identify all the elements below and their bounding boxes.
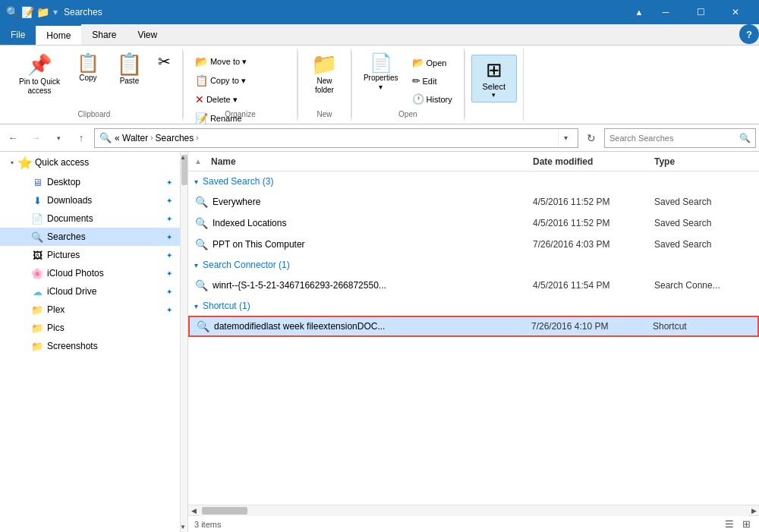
open-button[interactable]: 📂 Open [407,55,458,71]
select-button[interactable]: ⊞ Select ▾ [471,55,517,102]
saved-search-chevron: ▾ [194,178,198,186]
h-scroll-track[interactable] [199,505,748,516]
horizontal-scrollbar[interactable]: ◀ ▶ [188,505,759,515]
new-label-container: New [298,109,351,119]
column-name[interactable]: Name [206,156,533,167]
menu-file[interactable]: File [0,24,36,45]
search-box[interactable]: 🔍 [604,128,756,148]
minimize-button[interactable]: ─ [648,0,683,24]
move-to-button[interactable]: 📂 Move to ▾ [190,53,252,70]
menu-share[interactable]: Share [81,24,127,45]
up-button[interactable]: ↑ [71,128,91,148]
copy-to-icon: 📋 [195,74,208,87]
column-date[interactable]: Date modified [533,156,654,167]
copy-to-button[interactable]: 📋 Copy to ▾ [190,72,252,89]
file-row-indexed[interactable]: 🔍 Indexed Locations 4/5/2016 11:52 PM Sa… [188,212,759,234]
icloud-drive-pin: ✦ [166,288,172,296]
recent-locations-button[interactable]: ▾ [49,128,68,148]
quick-access-label: Quick access [35,157,172,168]
ribbon-group-organize: 📂 Move to ▾ 📋 Copy to ▾ ✕ Delete ▾ 📝 Ren… [184,49,298,121]
sidebar-item-quick-access[interactable]: ▾ ⭐ Quick access [0,152,187,173]
sidebar: ▲ ▼ ▾ ⭐ Quick access 🖥 Desktop ✦ ⬇ Downl… [0,152,188,532]
sidebar-item-desktop[interactable]: 🖥 Desktop ✦ [0,173,187,191]
file-row-datemodified[interactable]: 🔍 datemodifiedlast week fileextensionDOC… [188,316,759,337]
cut-button[interactable]: ✂ [153,50,176,74]
file-row-ppt[interactable]: 🔍 PPT on This Computer 7/26/2016 4:03 PM… [188,234,759,255]
close-button[interactable]: ✕ [718,0,753,24]
sidebar-item-icloud-drive[interactable]: ☁ iCloud Drive ✦ [0,282,187,301]
pin-quick-access-button[interactable]: 📌 Pin to Quickaccess [12,50,67,99]
h-scroll-right[interactable]: ▶ [748,505,759,516]
large-icons-view-button[interactable]: ⊞ [739,518,753,531]
indexed-date: 4/5/2016 11:52 PM [533,218,654,228]
sidebar-scroll-up[interactable]: ▲ [179,152,187,162]
search-box-icon: 🔍 [739,133,751,143]
datemodified-date: 7/26/2016 4:10 PM [531,321,653,332]
plex-icon: 📁 [30,303,44,316]
datemodified-type: Shortcut [653,321,751,332]
sidebar-scrollbar[interactable] [180,152,187,532]
move-to-label: Move to ▾ [210,57,247,67]
address-segment-searches: Searches [156,133,194,143]
back-button[interactable]: ← [3,128,23,148]
sidebar-scroll-down[interactable]: ▼ [179,521,187,532]
quick-access-expand: ▾ [6,156,18,168]
sidebar-item-downloads[interactable]: ⬇ Downloads ✦ [0,191,187,209]
paste-button[interactable]: 📋 Paste [109,50,150,90]
sidebar-item-icloud-photos[interactable]: 🌸 iCloud Photos ✦ [0,264,187,282]
refresh-button[interactable]: ↻ [581,128,601,148]
organize-label-container: Organize [184,109,297,119]
icloud-drive-label: iCloud Drive [47,286,163,297]
forward-button[interactable]: → [26,128,46,148]
new-folder-button[interactable]: 📁 Newfolder [304,50,345,99]
icloud-drive-expand [18,285,30,297]
group-search-connector[interactable]: ▾ Search Connector (1) [188,255,759,275]
address-bar[interactable]: 🔍 « Walter › Searches › ▾ [94,128,578,148]
help-button[interactable]: ? [739,24,759,44]
delete-icon: ✕ [195,93,204,105]
documents-icon: 📄 [30,212,44,225]
edit-button[interactable]: ✏ Edit [407,73,458,89]
sidebar-item-pics[interactable]: 📁 Pics [0,319,187,337]
sidebar-item-documents[interactable]: 📄 Documents ✦ [0,209,187,228]
search-input[interactable] [609,134,739,143]
file-row-winrt[interactable]: 🔍 winrt--{S-1-5-21-3467166293-266872550.… [188,275,759,296]
properties-icon: 📄 [370,54,392,72]
file-header: ▲ Name Date modified Type [188,152,759,172]
group-shortcut[interactable]: ▾ Shortcut (1) [188,296,759,316]
group-saved-search[interactable]: ▾ Saved Search (3) [188,172,759,191]
winrt-icon: 🔍 [194,279,208,292]
sidebar-item-plex[interactable]: 📁 Plex ✦ [0,301,187,319]
properties-button[interactable]: 📄 Properties▾ [358,50,404,96]
copy-button[interactable]: 📋 Copy [70,50,106,87]
documents-expand [18,212,30,225]
paste-label: Paste [120,77,140,86]
ribbon-collapse-btn[interactable]: ▲ [630,3,648,21]
menu-home[interactable]: Home [36,24,81,45]
column-type[interactable]: Type [654,156,753,167]
file-row-everywhere[interactable]: 🔍 Everywhere 4/5/2016 11:52 PM Saved Sea… [188,191,759,212]
maximize-button[interactable]: ☐ [683,0,718,24]
indexed-name: Indexed Locations [213,218,533,228]
h-scroll-left[interactable]: ◀ [188,505,199,516]
searches-icon: 🔍 [30,230,44,244]
edit-label: Edit [423,77,437,86]
new-folder-icon: 📁 [311,54,338,75]
search-connector-label: Search Connector (1) [203,260,290,270]
desktop-icon: 🖥 [30,175,44,189]
searches-label: Searches [47,231,163,242]
delete-button[interactable]: ✕ Delete ▾ [190,91,252,108]
copy-to-label: Copy to ▾ [210,76,246,86]
status-text: 3 items [194,520,221,529]
folder-title-icon: 📁 [36,6,49,18]
address-dropdown-button[interactable]: ▾ [558,129,573,147]
sidebar-item-pictures[interactable]: 🖼 Pictures ✦ [0,246,187,264]
ribbon-group-open: 📄 Properties▾ 📂 Open ✏ Edit 🕐 History Op… [352,49,465,121]
sidebar-item-screenshots[interactable]: 📁 Screenshots [0,337,187,355]
details-view-button[interactable]: ☰ [723,518,736,531]
sidebar-item-searches[interactable]: 🔍 Searches ✦ [0,228,187,246]
history-button[interactable]: 🕐 History [407,91,458,107]
menu-view[interactable]: View [127,24,168,45]
downloads-expand [18,194,30,206]
winrt-type: Search Conne... [654,280,753,291]
